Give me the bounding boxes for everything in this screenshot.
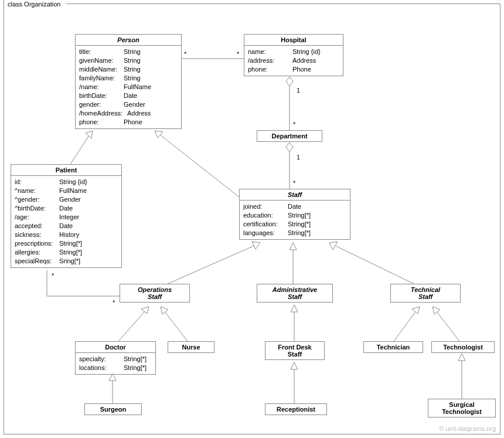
class-tech-staff: Technical Staff xyxy=(390,284,461,303)
class-hospital-name: Hospital xyxy=(244,35,343,46)
class-staff: Staff joined:Dateeducation:String[*]cert… xyxy=(239,189,350,240)
class-technologist: Technologist xyxy=(431,341,495,353)
attr-row: accepted:Date xyxy=(15,222,118,230)
attr-name: accepted: xyxy=(15,222,55,230)
attr-type: Integer xyxy=(59,213,79,222)
attr-row: phone:Phone xyxy=(79,118,178,127)
attr-type: Address xyxy=(292,56,316,65)
attr-row: prescriptions:String[*] xyxy=(15,239,118,248)
attr-type: String[*] xyxy=(59,248,82,257)
attr-row: familyName:String xyxy=(79,74,178,83)
class-front-desk-name: Front Desk Staff xyxy=(265,342,324,359)
class-nurse-name: Nurse xyxy=(168,342,214,352)
attr-name: certification: xyxy=(243,220,283,229)
attr-name: specialty: xyxy=(79,355,119,364)
attr-type: String xyxy=(124,65,141,74)
attr-name: ^birthDate: xyxy=(15,204,55,213)
class-person-body: title:StringgivenName:StringmiddleName:S… xyxy=(76,46,181,128)
attr-row: phone:Phone xyxy=(248,65,339,74)
attr-name: /address: xyxy=(248,56,288,65)
attr-name: languages: xyxy=(243,229,283,237)
class-surgeon: Surgeon xyxy=(84,403,142,415)
attr-row: title:String xyxy=(79,47,178,56)
class-admin-staff-name: Administrative Staff xyxy=(257,284,332,302)
attr-name: id: xyxy=(15,178,55,186)
attr-name: sickness: xyxy=(15,230,55,239)
attr-row: /age:Integer xyxy=(15,213,118,222)
class-surgeon-name: Surgeon xyxy=(85,404,141,415)
class-technician-name: Technician xyxy=(364,342,423,352)
attr-name: allergies: xyxy=(15,248,55,257)
class-staff-name: Staff xyxy=(240,189,350,201)
class-surgtech-name: Surgical Technologist xyxy=(428,399,495,417)
class-patient: Patient id:String {id}^name:FullName^gen… xyxy=(11,164,122,268)
attr-type: String {id} xyxy=(292,47,321,56)
attr-row: givenName:String xyxy=(79,56,178,65)
frame-tab: class Organization xyxy=(4,0,69,9)
class-nurse: Nurse xyxy=(168,341,214,353)
class-surgtech: Surgical Technologist xyxy=(428,399,496,417)
attr-type: String[*] xyxy=(288,211,311,220)
attr-row: birthDate:Date xyxy=(79,91,178,100)
class-ops-staff: Operations Staff xyxy=(120,284,190,303)
attr-type: String[*] xyxy=(288,229,311,237)
attr-row: id:String {id} xyxy=(15,178,118,186)
attr-row: education:String[*] xyxy=(243,211,346,220)
attr-name: prescriptions: xyxy=(15,239,55,248)
attr-type: String[*] xyxy=(288,220,311,229)
attr-name: phone: xyxy=(79,118,119,127)
attr-row: name:String {id} xyxy=(248,47,339,56)
attr-name: familyName: xyxy=(79,74,119,83)
attr-type: FullName xyxy=(124,83,151,91)
class-doctor-name: Doctor xyxy=(76,342,155,353)
mult-hosp-dept-d: * xyxy=(293,121,295,128)
attr-type: Phone xyxy=(292,65,311,74)
attr-type: Address xyxy=(127,109,151,118)
mult-patient-ops-o: * xyxy=(113,299,115,306)
attr-type: Phone xyxy=(124,118,142,127)
attr-row: sickness:History xyxy=(15,230,118,239)
attr-name: /age: xyxy=(15,213,55,222)
attr-row: languages:String[*] xyxy=(243,229,346,237)
class-admin-staff: Administrative Staff xyxy=(257,284,333,303)
class-person-name: Person xyxy=(76,35,181,46)
attr-row: certification:String[*] xyxy=(243,220,346,229)
class-person: Person title:StringgivenName:Stringmiddl… xyxy=(75,34,182,129)
attr-name: phone: xyxy=(248,65,288,74)
class-department-name: Department xyxy=(257,131,322,141)
attr-name: ^name: xyxy=(15,186,55,195)
class-receptionist: Receptionist xyxy=(265,403,327,415)
class-hospital-body: name:String {id}/address:Addressphone:Ph… xyxy=(244,46,343,76)
attr-type: History xyxy=(59,230,79,239)
attr-type: Date xyxy=(59,222,73,230)
class-department: Department xyxy=(257,130,322,142)
class-hospital: Hospital name:String {id}/address:Addres… xyxy=(244,34,343,76)
attr-type: String[*] xyxy=(59,239,82,248)
attr-name: name: xyxy=(248,47,288,56)
attr-name: birthDate: xyxy=(79,91,119,100)
attr-row: specialty:String[*] xyxy=(79,355,152,364)
attr-type: String {id} xyxy=(59,178,87,186)
attr-type: String xyxy=(124,56,141,65)
attr-name: givenName: xyxy=(79,56,119,65)
mult-person-hosp-p: * xyxy=(184,50,186,57)
attr-row: /homeAddress:Address xyxy=(79,109,178,118)
class-receptionist-name: Receptionist xyxy=(265,404,326,415)
mult-dept-staff-s: * xyxy=(293,179,295,186)
attr-row: ^birthDate:Date xyxy=(15,204,118,213)
attr-row: /name:FullName xyxy=(79,83,178,91)
attr-name: /name: xyxy=(79,83,119,91)
attr-row: ^name:FullName xyxy=(15,186,118,195)
attr-name: title: xyxy=(79,47,119,56)
attr-type: String[*] xyxy=(124,364,147,372)
attr-type: String[*] xyxy=(124,355,147,364)
frame-title: class Organization xyxy=(8,1,61,8)
class-staff-body: joined:Dateeducation:String[*]certificat… xyxy=(240,201,350,239)
attr-name: middleName: xyxy=(79,65,119,74)
attr-row: middleName:String xyxy=(79,65,178,74)
attr-type: Gender xyxy=(124,100,145,109)
class-technologist-name: Technologist xyxy=(432,342,494,352)
attr-row: locations:String[*] xyxy=(79,364,152,372)
attr-row: joined:Date xyxy=(243,202,346,211)
class-doctor-body: specialty:String[*]locations:String[*] xyxy=(76,353,155,374)
